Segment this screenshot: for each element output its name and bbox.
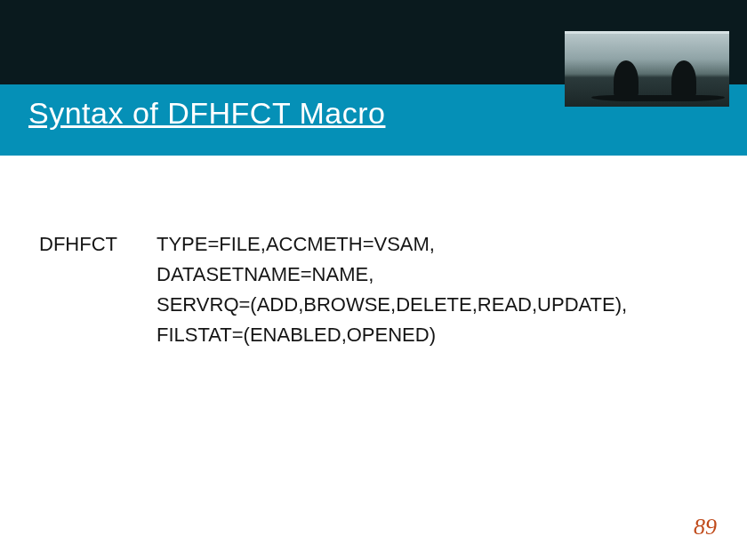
macro-syntax-block: DFHFCTTYPE=FILE,ACCMETH=VSAM, DATASETNAM… [39, 229, 711, 350]
macro-label: DFHFCT [39, 229, 157, 260]
macro-line-2: DATASETNAME=NAME, [39, 260, 711, 290]
macro-line-4: FILSTAT=(ENABLED,OPENED) [39, 320, 711, 350]
slide-header: Syntax of DFHFCT Macro [0, 0, 747, 156]
page-number: 89 [694, 514, 717, 540]
slide-title: Syntax of DFHFCT Macro [28, 96, 385, 131]
rower-silhouette-icon [614, 60, 639, 96]
rower-silhouette-icon [671, 60, 696, 96]
header-photo [565, 31, 729, 107]
macro-line-3: SERVRQ=(ADD,BROWSE,DELETE,READ,UPDATE), [39, 290, 711, 320]
macro-line-1: DFHFCTTYPE=FILE,ACCMETH=VSAM, [39, 229, 711, 260]
boat-silhouette-icon [591, 95, 725, 101]
macro-text: TYPE=FILE,ACCMETH=VSAM, [157, 233, 435, 255]
